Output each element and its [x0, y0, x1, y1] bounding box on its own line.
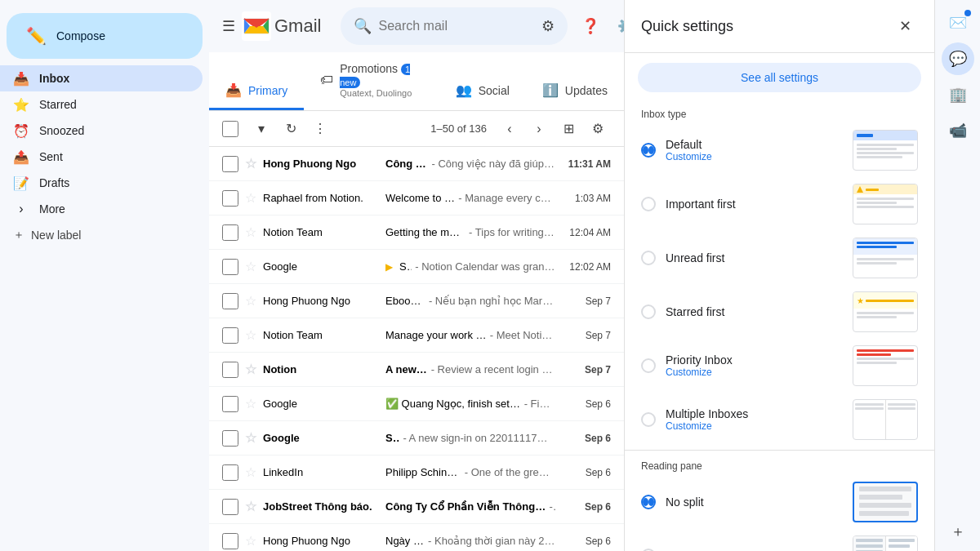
table-row[interactable]: ☆ Notion A new device logged into your a… [209, 353, 624, 387]
vtab-mail[interactable]: ✉️ [942, 7, 974, 39]
see-all-settings-button[interactable]: See all settings [638, 63, 921, 92]
prev-page-button[interactable]: ‹ [497, 116, 523, 142]
vtab-chat[interactable]: 💬 [942, 42, 974, 75]
inbox-option-default[interactable]: Default Customize [625, 123, 934, 177]
email-content: Security alert - A new sign-in on 220111… [385, 432, 555, 444]
table-row[interactable]: ☆ Raphael from Notion. Welcome to Notion… [209, 181, 624, 216]
tab-primary-label: Primary [248, 84, 287, 97]
nav-label-more: More [39, 202, 189, 216]
radio-no-split [641, 495, 656, 509]
select-dropdown-button[interactable]: ▾ [248, 116, 274, 142]
view-button[interactable]: ⊞ [555, 116, 581, 142]
customize-priority-link[interactable]: Customize [666, 367, 843, 378]
email-snippet: - Review a recent login from a new devic… [431, 363, 555, 375]
email-time: Sep 6 [562, 467, 611, 478]
email-checkbox[interactable] [222, 396, 238, 412]
inbox-option-important-first[interactable]: Important first [625, 177, 934, 231]
email-time: Sep 7 [562, 330, 611, 341]
email-checkbox[interactable] [222, 499, 238, 515]
table-row[interactable]: ☆ Google Security alert - A new sign-in … [209, 421, 624, 455]
tab-social-label: Social [479, 84, 510, 97]
hamburger-button[interactable]: ☰ [222, 10, 235, 42]
reading-pane-right[interactable]: Right of inbox [625, 529, 934, 551]
compose-label: Compose [56, 29, 105, 42]
customize-multiple-link[interactable]: Customize [666, 420, 843, 432]
email-checkbox[interactable] [222, 362, 238, 378]
tab-primary[interactable]: 📥 Primary [209, 73, 304, 110]
more-toolbar-button[interactable]: ⋮ [307, 116, 333, 142]
tab-promotions[interactable]: 🏷 Promotions 1 new Quatext, Duolingo [304, 52, 439, 110]
email-checkbox[interactable] [222, 293, 238, 309]
nav-item-starred[interactable]: ⭐ Starred [0, 91, 203, 118]
table-row[interactable]: ☆ JobStreet Thông báo. Công Ty Cổ Phần V… [209, 490, 624, 524]
search-input[interactable] [378, 19, 541, 33]
star-button[interactable]: ☆ [245, 156, 256, 171]
email-checkbox[interactable] [222, 156, 238, 172]
spaces-vtab-icon: 🏢 [949, 86, 967, 104]
star-button[interactable]: ☆ [245, 464, 256, 480]
compose-button[interactable]: ✏️ Compose [7, 13, 203, 59]
star-button[interactable]: ☆ [245, 259, 256, 274]
inbox-option-starred-first[interactable]: Starred first ★ [625, 285, 934, 339]
search-options-button[interactable]: ⚙ [541, 17, 555, 35]
email-checkbox[interactable] [222, 259, 238, 275]
email-content: Ebook Marketing miễn phí tặng bạn nè! - … [385, 295, 555, 307]
table-row[interactable]: ☆ Google ✅ Quang Ngọc, finish setting up… [209, 387, 624, 421]
sender-name: Raphael from Notion. [263, 192, 385, 204]
email-subject: Manage your work and time together [385, 329, 487, 341]
email-checkbox[interactable] [222, 327, 238, 344]
table-row[interactable]: ☆ Notion Team Manage your work and time … [209, 318, 624, 353]
nav-item-snoozed[interactable]: ⏰ Snoozed [0, 118, 203, 144]
tab-social[interactable]: 👥 Social [439, 73, 526, 110]
email-checkbox[interactable] [222, 224, 238, 241]
inbox-option-priority[interactable]: Priority Inbox Customize [625, 339, 934, 393]
table-row[interactable]: ☆ LinkedIn Philipp Schindler just posted… [209, 455, 624, 490]
nav-item-drafts[interactable]: 📝 Drafts [0, 170, 203, 196]
email-subject: Philipp Schindler just posted something … [385, 466, 461, 478]
vtab-spaces[interactable]: 🏢 [942, 78, 974, 111]
star-button[interactable]: ☆ [245, 362, 256, 377]
table-row[interactable]: ☆ Hong Phuong Ngo Ebook Marketing miễn p… [209, 284, 624, 318]
add-label-button[interactable]: ＋ New label [0, 222, 209, 248]
star-button[interactable]: ☆ [245, 499, 256, 514]
star-button[interactable]: ☆ [245, 327, 256, 343]
meet-vtab-icon: 📹 [949, 122, 967, 140]
sender-name: Hong Phuong Ngo [263, 535, 385, 547]
star-button[interactable]: ☆ [245, 293, 256, 309]
gmail-logo-text: Gmail [274, 16, 321, 37]
inbox-option-multiple-label: Multiple Inboxes [666, 407, 843, 420]
inbox-option-important-label: Important first [666, 198, 843, 211]
help-button[interactable]: ❓ [574, 10, 607, 42]
star-button[interactable]: ☆ [245, 533, 256, 549]
refresh-button[interactable]: ↻ [278, 116, 304, 142]
reading-pane-preview-right [853, 535, 918, 551]
inbox-option-multiple[interactable]: Multiple Inboxes Customize [625, 393, 934, 447]
email-checkbox[interactable] [222, 533, 238, 549]
table-row[interactable]: ☆ Hong Phuong Ngo Ngày này, 2 năm trước,… [209, 524, 624, 551]
email-checkbox[interactable] [222, 464, 238, 481]
email-checkbox[interactable] [222, 430, 238, 447]
vtab-add[interactable]: ＋ [942, 515, 974, 548]
table-row[interactable]: ☆ Notion Team Getting the most out of Q&… [209, 216, 624, 250]
table-row[interactable]: ☆ Google ▶ Security alert - Notion Calen… [209, 250, 624, 284]
vtab-meet[interactable]: 📹 [942, 114, 974, 147]
email-checkbox[interactable] [222, 190, 238, 207]
star-button[interactable]: ☆ [245, 190, 256, 206]
star-button[interactable]: ☆ [245, 224, 256, 240]
star-button[interactable]: ☆ [245, 396, 256, 411]
customize-default-link[interactable]: Customize [666, 151, 843, 162]
select-all-checkbox[interactable] [222, 121, 238, 137]
quick-settings-close-button[interactable]: ✕ [892, 13, 918, 39]
nav-item-sent[interactable]: 📤 Sent [0, 144, 203, 170]
reading-pane-no-split-content: No split [666, 495, 843, 509]
search-bar[interactable]: 🔍 ⚙ [341, 7, 568, 45]
inbox-option-unread-first[interactable]: Unread first [625, 231, 934, 285]
star-button[interactable]: ☆ [245, 430, 256, 446]
table-row[interactable]: ☆ Hong Phuong Ngo Công việc freelancer đ… [209, 147, 624, 181]
nav-item-more[interactable]: › More [0, 196, 203, 222]
nav-item-inbox[interactable]: 📥 Inbox [0, 65, 203, 91]
reading-pane-no-split[interactable]: No split [625, 475, 934, 529]
tab-updates[interactable]: ℹ️ Updates [526, 73, 624, 110]
settings-view-button[interactable]: ⚙ [585, 116, 611, 142]
next-page-button[interactable]: › [526, 116, 552, 142]
